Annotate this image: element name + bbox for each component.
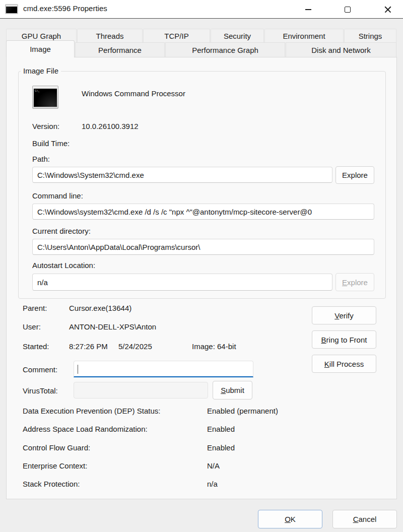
user-value: ANTON-DELL-XPS\Anton: [69, 322, 156, 331]
started-time: 8:27:26 PM: [69, 342, 108, 351]
image-description: Windows Command Processor: [82, 89, 185, 98]
started-label: Started:: [23, 342, 49, 351]
parent-label: Parent:: [23, 304, 47, 312]
tab-performance[interactable]: Performance: [75, 42, 165, 57]
submit-label: Submit: [221, 386, 244, 394]
path-label: Path:: [32, 155, 50, 163]
explore-path-button[interactable]: Explore: [335, 166, 374, 184]
user-label: User:: [23, 322, 41, 331]
cancel-label: Cancel: [353, 515, 377, 523]
ok-button[interactable]: OK: [258, 510, 322, 528]
stack-protection-value: n/a: [207, 480, 218, 488]
cmd-exe-icon-screen: C:\_: [34, 89, 57, 107]
minimize-icon: [305, 9, 311, 10]
command-line-label: Command line:: [32, 191, 83, 200]
cmd-exe-icon: C:\_: [32, 86, 58, 109]
image-file-group-label: Image File: [21, 66, 61, 75]
cfg-value: Enabled: [207, 443, 235, 452]
tab-disk-and-network[interactable]: Disk and Network: [286, 42, 396, 57]
tab-strings[interactable]: Strings: [344, 29, 396, 42]
version-label: Version:: [32, 122, 59, 130]
aslr-value: Enabled: [207, 425, 235, 433]
autostart-location-label: Autostart Location:: [32, 261, 95, 270]
current-directory-label: Current directory:: [32, 227, 91, 235]
cancel-button[interactable]: Cancel: [332, 510, 397, 528]
tab-row-front: Image Performance Performance Graph Disk…: [6, 42, 397, 57]
build-time-label: Build Time:: [32, 139, 70, 148]
close-button[interactable]: [380, 3, 396, 16]
text-caret: [78, 365, 78, 374]
explore-path-label: Explore: [342, 171, 368, 179]
tab-image[interactable]: Image: [6, 40, 75, 57]
current-directory-field[interactable]: [32, 239, 374, 255]
close-icon: [384, 6, 391, 13]
parent-value: Cursor.exe(13644): [69, 304, 131, 312]
tab-threads[interactable]: Threads: [77, 29, 143, 42]
command-line-field[interactable]: [32, 204, 374, 220]
started-date: 5/24/2025: [118, 342, 152, 351]
cfg-label: Control Flow Guard:: [23, 443, 90, 452]
stack-protection-label: Stack Protection:: [23, 480, 80, 488]
minimize-button[interactable]: [300, 3, 316, 16]
virustotal-field[interactable]: [74, 382, 208, 398]
ok-label: OK: [285, 515, 296, 523]
tab-security[interactable]: Security: [211, 29, 264, 42]
explore-autostart-label: Explore: [342, 278, 368, 287]
verify-label: Verify: [334, 311, 354, 320]
tab-tcpip[interactable]: TCP/IP: [143, 29, 210, 42]
bring-to-front-button[interactable]: Bring to Front: [312, 330, 376, 349]
enterprise-context-value: N/A: [207, 461, 220, 470]
explore-autostart-button[interactable]: Explore: [335, 273, 374, 291]
maximize-icon: [345, 7, 351, 13]
comment-label: Comment:: [23, 365, 57, 374]
version-value: 10.0.26100.3912: [82, 122, 139, 130]
comment-input[interactable]: [74, 361, 253, 377]
tab-environment[interactable]: Environment: [264, 29, 344, 42]
aslr-label: Address Space Load Randomization:: [23, 425, 148, 433]
autostart-location-field[interactable]: [32, 274, 332, 291]
kill-process-label: Kill Process: [324, 360, 364, 368]
bring-to-front-label: Bring to Front: [321, 336, 367, 344]
image-tab-page: Image File C:\_ Windows Command Processo…: [6, 57, 397, 499]
submit-button[interactable]: Submit: [213, 381, 252, 400]
image-file-groupbox: Image File C:\_ Windows Command Processo…: [18, 71, 386, 299]
enterprise-context-label: Enterprise Context:: [23, 461, 87, 470]
path-field[interactable]: [32, 167, 332, 183]
tab-performance-graph[interactable]: Performance Graph: [165, 42, 285, 57]
virustotal-label: VirusTotal:: [23, 386, 58, 395]
window-title: cmd.exe:5596 Properties: [23, 4, 107, 13]
image-arch-value: Image: 64-bit: [192, 342, 236, 351]
cmd-window-icon: [5, 4, 18, 14]
maximize-button[interactable]: [340, 3, 356, 16]
dep-status-value: Enabled (permanent): [207, 407, 278, 415]
title-bar: cmd.exe:5596 Properties: [0, 0, 403, 19]
verify-button[interactable]: Verify: [312, 306, 376, 324]
kill-process-button[interactable]: Kill Process: [312, 355, 376, 373]
dep-status-label: Data Execution Prevention (DEP) Status:: [23, 407, 160, 415]
cmd-icon-prompt-text: C:\_: [35, 89, 39, 92]
